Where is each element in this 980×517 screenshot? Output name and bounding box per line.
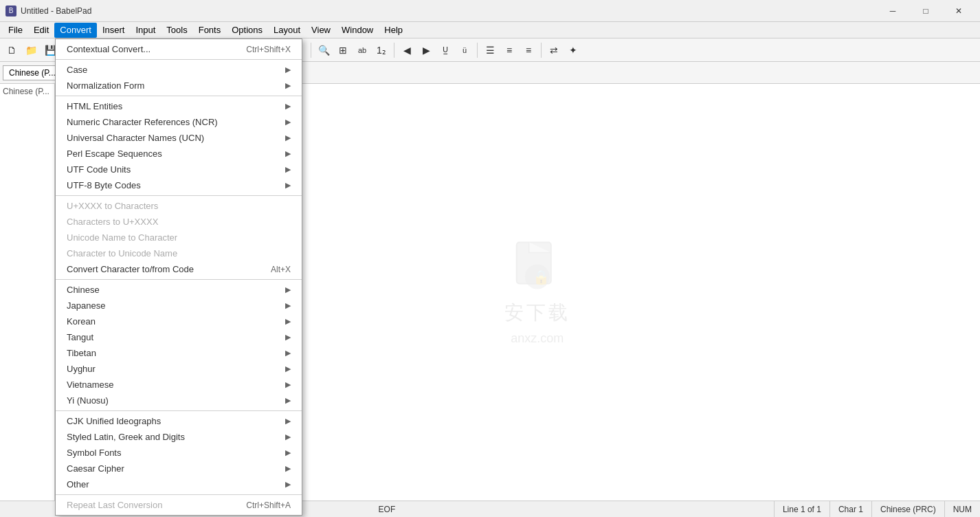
panel-label: Chinese (P... xyxy=(3,87,52,96)
caesar-cipher-label: Caesar Cipher xyxy=(67,463,124,474)
menu-file[interactable]: File xyxy=(3,23,28,38)
svg-text:🔒: 🔒 xyxy=(533,269,550,285)
menu-options[interactable]: Options xyxy=(226,23,268,38)
menu-japanese[interactable]: Japanese ▶ xyxy=(56,298,302,314)
menu-other[interactable]: Other ▶ xyxy=(56,476,302,492)
num-button[interactable]: 1₂ xyxy=(372,41,390,59)
yi-nuosu-arrow: ▶ xyxy=(285,396,291,405)
watermark-icon: 🔒 xyxy=(510,239,565,294)
menu-contextual-convert[interactable]: Contextual Convert... Ctrl+Shift+X xyxy=(56,41,302,57)
minimize-button[interactable]: ─ xyxy=(877,0,909,22)
menu-cjk-unified[interactable]: CJK Unified Ideographs ▶ xyxy=(56,413,302,429)
menu-html-entities[interactable]: HTML Entities ▶ xyxy=(56,98,302,114)
cjk-unified-label: CJK Unified Ideographs xyxy=(67,416,161,426)
utf-code-units-arrow: ▶ xyxy=(285,165,291,174)
chinese-arrow: ▶ xyxy=(285,285,291,294)
normalization-form-arrow: ▶ xyxy=(285,81,291,90)
open-button[interactable]: 📁 xyxy=(22,41,40,59)
menu-view[interactable]: View xyxy=(306,23,336,38)
menu-uyghur[interactable]: Uyghur ▶ xyxy=(56,361,302,377)
yi-nuosu-label: Yi (Nuosu) xyxy=(67,395,109,406)
find-button[interactable]: 🔍 xyxy=(315,41,333,59)
menu-help[interactable]: Help xyxy=(379,23,408,38)
left-panel: Chinese (P... xyxy=(0,84,55,500)
repeat-last-label: Repeat Last Conversion xyxy=(67,500,162,510)
status-char-info: Char 1 xyxy=(830,501,872,517)
cjk-unified-arrow: ▶ xyxy=(285,417,291,426)
align-center[interactable]: ≡ xyxy=(500,41,518,59)
menu-fonts[interactable]: Fonts xyxy=(193,23,227,38)
menu-input[interactable]: Input xyxy=(130,23,161,38)
status-line-info: Line 1 of 1 xyxy=(775,501,830,517)
menu-symbol-fonts[interactable]: Symbol Fonts ▶ xyxy=(56,445,302,461)
menu-convert-char-code[interactable]: Convert Character to/from Code Alt+X xyxy=(56,261,302,277)
utf8-byte-codes-arrow: ▶ xyxy=(285,181,291,190)
grid-button[interactable]: ⊞ xyxy=(334,41,352,59)
align-right[interactable]: ≡ xyxy=(520,41,537,59)
menu-window[interactable]: Window xyxy=(336,23,379,38)
menu-case[interactable]: Case ▶ xyxy=(56,62,302,78)
back-button[interactable]: ◀ xyxy=(398,41,416,59)
menu-utf8-byte-codes[interactable]: UTF-8 Byte Codes ▶ xyxy=(56,177,302,193)
menu-char-to-unicode-name: Character to Unicode Name xyxy=(56,245,302,261)
rtl-button[interactable]: ⇄ xyxy=(545,41,563,59)
upper-button[interactable]: U̲ xyxy=(436,41,454,59)
case-label: Case xyxy=(67,65,87,75)
menu-u-to-chars: U+XXXX to Characters xyxy=(56,198,302,214)
contextual-convert-label: Contextual Convert... xyxy=(67,44,151,54)
other-arrow: ▶ xyxy=(285,480,291,489)
menu-normalization-form[interactable]: Normalization Form ▶ xyxy=(56,78,302,94)
korean-label: Korean xyxy=(67,316,96,327)
menu-styled-latin[interactable]: Styled Latin, Greek and Digits ▶ xyxy=(56,429,302,445)
new-button[interactable]: 🗋 xyxy=(3,41,21,59)
menu-tools[interactable]: Tools xyxy=(161,23,192,38)
menu-insert[interactable]: Insert xyxy=(97,23,131,38)
sep5 xyxy=(394,43,394,58)
symbol-fonts-label: Symbol Fonts xyxy=(67,448,121,458)
lower-button[interactable]: ü xyxy=(456,41,474,59)
ncr-label: Numeric Character References (NCR) xyxy=(67,117,218,127)
close-button[interactable]: ✕ xyxy=(943,0,975,22)
svg-point-1 xyxy=(525,265,550,289)
menu-tibetan[interactable]: Tibetan ▶ xyxy=(56,345,302,361)
align-left[interactable]: ☰ xyxy=(481,41,499,59)
window-title: Untitled - BabelPad xyxy=(21,6,91,16)
sep-m5 xyxy=(56,410,302,411)
status-language: Chinese (PRC) xyxy=(872,501,945,517)
menu-ncr[interactable]: Numeric Character References (NCR) ▶ xyxy=(56,114,302,130)
sep-m6 xyxy=(56,494,302,495)
chars-to-u-label: Characters to U+XXXX xyxy=(67,217,158,227)
symbol-fonts-arrow: ▶ xyxy=(285,448,291,457)
menu-utf-code-units[interactable]: UTF Code Units ▶ xyxy=(56,162,302,177)
maximize-button[interactable]: □ xyxy=(910,0,942,22)
tangut-arrow: ▶ xyxy=(285,333,291,342)
sep6 xyxy=(477,43,478,58)
menu-layout[interactable]: Layout xyxy=(268,23,306,38)
menu-repeat-last: Repeat Last Conversion Ctrl+Shift+A xyxy=(56,497,302,513)
utf8-byte-codes-label: UTF-8 Byte Codes xyxy=(67,180,141,190)
forward-button[interactable]: ▶ xyxy=(417,41,435,59)
menu-yi-nuosu[interactable]: Yi (Nuosu) ▶ xyxy=(56,393,302,408)
vietnamese-label: Vietnamese xyxy=(67,380,113,390)
styled-latin-arrow: ▶ xyxy=(285,432,291,441)
menu-edit[interactable]: Edit xyxy=(28,23,54,38)
tibetan-arrow: ▶ xyxy=(285,349,291,358)
sep7 xyxy=(541,43,542,58)
chars-button[interactable]: ab xyxy=(353,41,371,59)
menu-vietnamese[interactable]: Vietnamese ▶ xyxy=(56,377,302,393)
menu-perl-escape[interactable]: Perl Escape Sequences ▶ xyxy=(56,146,302,162)
menu-tangut[interactable]: Tangut ▶ xyxy=(56,329,302,345)
vietnamese-arrow: ▶ xyxy=(285,380,291,389)
clear-button[interactable]: ✦ xyxy=(564,41,582,59)
tibetan-label: Tibetan xyxy=(67,348,96,358)
menu-ucn[interactable]: Universal Character Names (UCN) ▶ xyxy=(56,130,302,146)
menu-korean[interactable]: Korean ▶ xyxy=(56,314,302,329)
char-to-unicode-name-label: Character to Unicode Name xyxy=(67,248,177,258)
sep-m2 xyxy=(56,96,302,96)
korean-arrow: ▶ xyxy=(285,317,291,326)
html-entities-label: HTML Entities xyxy=(67,101,122,111)
menu-convert[interactable]: Convert xyxy=(54,23,97,38)
watermark-text-cn: 安下载 xyxy=(504,300,570,326)
menu-chinese[interactable]: Chinese ▶ xyxy=(56,282,302,298)
menu-caesar-cipher[interactable]: Caesar Cipher ▶ xyxy=(56,461,302,476)
